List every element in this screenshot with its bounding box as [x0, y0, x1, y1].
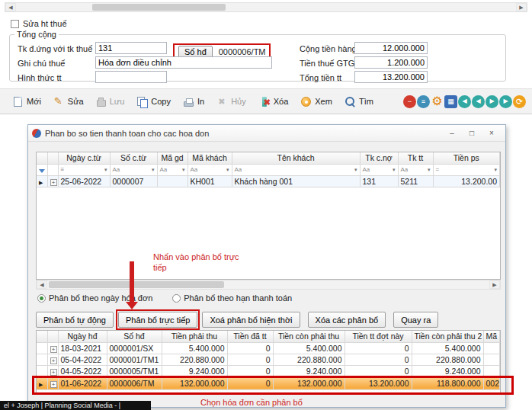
view-button[interactable]: Xem: [294, 91, 338, 111]
taskbar-window-fragment[interactable]: el + Joseph | Planning Social Media - |: [0, 401, 151, 410]
cell-tien-ps[interactable]: 13.200.00: [433, 175, 500, 187]
cell-tien-tt-dot-nay[interactable]: 13.200.000: [345, 376, 412, 389]
settings-gear-icon[interactable]: ⚙: [431, 95, 444, 108]
scroll-track[interactable]: [16, 3, 516, 11]
grid2-col-so-hd[interactable]: Số hđ: [107, 331, 162, 342]
cell-tien-phai-thu[interactable]: 5.400.000: [162, 342, 227, 354]
cell-tien-con-phai-thu[interactable]: 5.400.000: [273, 342, 345, 354]
cell-so-hd[interactable]: 0000005/TM1: [107, 365, 162, 376]
cell-tien-da-tt[interactable]: 0: [227, 354, 273, 365]
cell-tien-con-phai-thu-2[interactable]: 220.880.000: [412, 354, 483, 365]
cell-ngay-hd[interactable]: 05-04-2022: [58, 354, 107, 365]
clear-current-allocation-button[interactable]: Xoá phân bổ hiện thời: [202, 312, 300, 328]
ghi-chu-thue-input[interactable]: [95, 56, 272, 69]
hinh-thuc-tt-input[interactable]: [95, 71, 167, 83]
cell-tien-phai-thu[interactable]: 132.000.000: [162, 376, 227, 389]
grid1-col-ngay-ctu[interactable]: Ngày c.từ: [58, 152, 110, 164]
nav-prev-icon[interactable]: ◀: [472, 95, 485, 108]
sua-ht-thue-checkbox[interactable]: [11, 20, 19, 28]
cell-tien-con-phai-thu-2[interactable]: 118.800.000: [412, 376, 483, 389]
cell-tien-phai-thu[interactable]: 9.240.000: [162, 365, 227, 376]
cell-ma[interactable]: [483, 354, 500, 365]
cell-ma[interactable]: [483, 342, 500, 354]
nav-next-icon[interactable]: ▶: [486, 95, 498, 108]
grid1-col-so-ctu[interactable]: Số c.từ: [110, 152, 157, 164]
clear-all-allocations-button[interactable]: Xóa các phân bổ: [308, 312, 386, 328]
grid1-col-tien-ps[interactable]: Tiền ps: [433, 152, 500, 164]
gr2-col-ma[interactable]: Mã: [483, 331, 500, 342]
calculator-icon[interactable]: ▦: [444, 95, 457, 108]
tong-tien-tt-input[interactable]: [354, 71, 428, 83]
copy-button[interactable]: Copy: [130, 91, 177, 111]
radio-by-due-date[interactable]: Phân bổ theo hạn thanh toán: [172, 293, 292, 303]
scroll-thumb[interactable]: [92, 4, 226, 11]
cell-tk-cno[interactable]: 131: [360, 175, 398, 187]
grid1-col-ma-gd[interactable]: Mã gd: [157, 152, 187, 164]
cell-ma-khach[interactable]: KH001: [187, 175, 232, 187]
cell-tien-phai-thu[interactable]: 220.880.000: [162, 354, 227, 365]
cell-so-hd[interactable]: 0000006/TM: [107, 376, 162, 389]
scroll-left-icon[interactable]: ◀: [37, 280, 47, 289]
new-button[interactable]: Mới: [6, 91, 47, 111]
auto-allocate-button[interactable]: Phân bổ tự động: [36, 312, 114, 328]
grid1-col-ma-khach[interactable]: Mã khách: [187, 152, 232, 164]
grid1-col-tk-cno[interactable]: Tk c.nợ: [360, 152, 398, 164]
cell-tien-tt-dot-nay[interactable]: 0: [345, 342, 412, 354]
cell-ma[interactable]: 002: [483, 376, 500, 389]
scroll-right-icon[interactable]: ▶: [489, 280, 500, 289]
grid2-col-tien-con-phai-thu-2[interactable]: Tiền còn phải thu 2: [412, 331, 483, 342]
scroll-left-icon[interactable]: ◀: [5, 3, 16, 11]
save-button[interactable]: Lưu: [90, 91, 131, 111]
nav-last-icon[interactable]: ▶: [499, 95, 512, 108]
maximize-button[interactable]: □: [462, 127, 482, 140]
cell-tien-da-tt[interactable]: 0: [227, 365, 273, 376]
list-icon[interactable]: ≡: [417, 95, 430, 108]
grid2-col-tien-da-tt[interactable]: Tiền đã tt: [227, 331, 273, 342]
cell-tien-con-phai-thu-2[interactable]: 9.240.000: [412, 365, 483, 376]
cell-tk-tt[interactable]: 5211: [398, 175, 433, 187]
grid1-filter-corner[interactable]: [37, 164, 47, 175]
grid2-col-tien-phai-thu[interactable]: Tiền phải thu: [162, 331, 227, 342]
minimize-button[interactable]: –: [442, 127, 462, 140]
grid1-col-tk-tt[interactable]: Tk tt: [398, 152, 433, 164]
cell-so-ctu[interactable]: 0000007: [110, 175, 157, 187]
cell-ngay-hd[interactable]: 04-05-2022: [58, 365, 107, 376]
close-button[interactable]: ×: [482, 127, 502, 140]
find-button[interactable]: Tìm: [338, 91, 380, 111]
cell-ngay-ctu[interactable]: 25-06-2022: [58, 175, 110, 187]
cell-ngay-hd[interactable]: 18-03-2021: [58, 342, 107, 354]
edit-button[interactable]: Sửa: [47, 91, 90, 111]
top-horizontal-scrollbar[interactable]: ◀ ▶: [5, 2, 527, 12]
cell-tien-con-phai-thu[interactable]: 9.240.000: [273, 365, 345, 376]
grid1-horizontal-scrollbar[interactable]: ◀ ▶: [36, 280, 501, 290]
exit-button[interactable]: Quay ra: [393, 312, 438, 328]
tk-dung-input[interactable]: [95, 42, 167, 54]
cell-tien-tt-dot-nay[interactable]: 0: [345, 354, 412, 365]
stop-icon[interactable]: −: [403, 95, 416, 108]
cell-ngay-hd[interactable]: 01-06-2022: [58, 376, 107, 389]
cell-so-hd[interactable]: 0000001/TM1: [107, 354, 162, 365]
cell-ma-gd[interactable]: [157, 175, 187, 187]
cell-tien-da-tt[interactable]: 0: [227, 342, 273, 354]
refresh-icon[interactable]: ⟳: [513, 95, 526, 108]
nav-first-icon[interactable]: ◀: [458, 95, 471, 108]
cong-tien-hang-input[interactable]: [354, 42, 428, 54]
cell-tien-con-phai-thu[interactable]: 132.000.000: [273, 376, 345, 389]
grid2-col-tien-tt-dot-nay[interactable]: Tiền tt đợt này: [345, 331, 412, 342]
cell-tien-da-tt[interactable]: 0: [227, 376, 273, 389]
cell-ma[interactable]: [483, 365, 500, 376]
grid2-col-ngay-hd[interactable]: Ngày hđ: [58, 331, 107, 342]
grid1-col-ten-khach[interactable]: Tên khách: [232, 152, 360, 164]
print-button[interactable]: In: [177, 91, 210, 111]
tien-thue-gtgt-input[interactable]: [354, 56, 428, 69]
direct-allocate-button[interactable]: Phân bổ trực tiếp: [118, 312, 197, 328]
cell-so-hd[interactable]: 0000001/SX: [107, 342, 162, 354]
cancel-button[interactable]: Hủy: [210, 91, 252, 111]
cell-ten-khach[interactable]: Khách hàng 001: [232, 175, 360, 187]
cell-tien-tt-dot-nay[interactable]: 0: [345, 365, 412, 376]
grid2-col-tien-con-phai-thu[interactable]: Tiền còn phải thu: [273, 331, 345, 342]
delete-button[interactable]: Xóa: [252, 91, 295, 111]
scroll-track[interactable]: [47, 280, 489, 289]
dialog-titlebar[interactable]: Phan bo so tien thanh toan cho cac hoa d…: [28, 125, 505, 142]
scroll-right-icon[interactable]: ▶: [516, 3, 527, 11]
